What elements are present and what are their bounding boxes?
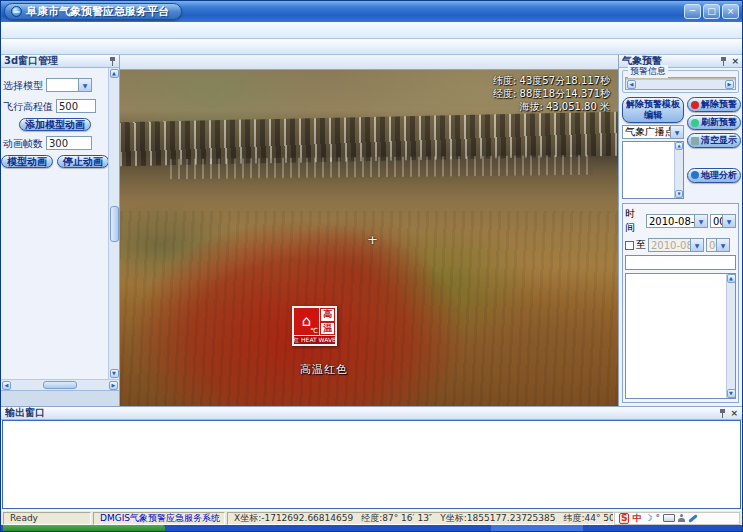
viewport-latitude: 纬度: 43度57分18.117秒 bbox=[493, 74, 610, 87]
left-panel-vertical-scrollbar[interactable]: ▲ ▼ bbox=[108, 68, 119, 379]
taskbar-edge bbox=[1, 525, 742, 531]
keyboard-icon[interactable] bbox=[663, 514, 675, 522]
chevron-down-icon[interactable]: ▼ bbox=[690, 239, 703, 251]
heat-char-2: 温 bbox=[321, 323, 334, 335]
left-panel-body: 选择模型 ▼ 飞行高程值 500 添加模型动画 动画帧数 300 模型动画 停止… bbox=[1, 68, 119, 379]
left-panel-horizontal-scrollbar[interactable]: ◀ ▶ bbox=[1, 379, 119, 390]
warning-table-hscrollbar[interactable]: ◀ ▶ bbox=[626, 79, 735, 89]
heat-sign-band: 红 HEAT WAVE bbox=[294, 335, 335, 344]
close-icon[interactable]: × bbox=[731, 57, 739, 66]
warning-table: ◀ ▶ bbox=[625, 77, 736, 90]
restore-button[interactable]: □ bbox=[703, 4, 720, 19]
chinese-mode-icon[interactable]: 中 bbox=[632, 514, 641, 523]
3d-viewport[interactable]: 纬度: 43度57分18.117秒 经度: 88度18分14.371秒 海拔: … bbox=[120, 70, 618, 406]
date-combo[interactable]: 2010-08-13▼ bbox=[646, 214, 708, 228]
close-icon[interactable]: × bbox=[730, 409, 738, 418]
chevron-down-icon[interactable]: ▼ bbox=[722, 215, 735, 227]
pin-icon[interactable] bbox=[719, 409, 726, 418]
status-longitude: 经度:87° 16′ 13″ bbox=[361, 512, 432, 525]
output-window-header: 输出窗口 × bbox=[1, 407, 742, 420]
status-x-coord: X坐标:-1712692.66814659 bbox=[234, 512, 353, 525]
pin-icon[interactable] bbox=[720, 57, 727, 66]
chevron-down-icon[interactable]: ▼ bbox=[670, 126, 683, 138]
scroll-down-icon[interactable]: ▼ bbox=[727, 389, 736, 398]
hour-combo[interactable]: 00▼ bbox=[710, 214, 736, 228]
warning-info-label: 预警信息 bbox=[628, 65, 668, 78]
live-data-panel: 时间 2010-08-13▼ 00▼ 至 2010-08-13▼ 00▼ ▲ ▼ bbox=[622, 203, 739, 403]
app-globe-icon bbox=[11, 6, 22, 17]
scroll-left-icon[interactable]: ◀ bbox=[2, 381, 11, 390]
geo-analysis-button[interactable]: 地理分析 bbox=[687, 168, 741, 183]
point-type-list: ▲ ▼ bbox=[622, 141, 684, 199]
cancel-warning-icon bbox=[691, 101, 699, 109]
point-list-scrollbar[interactable]: ▲ ▼ bbox=[674, 142, 683, 198]
status-app-name: DMGIS气象预警应急服务系统 bbox=[93, 512, 225, 525]
to-date-checkbox[interactable] bbox=[625, 241, 634, 250]
snow-ridge bbox=[170, 155, 593, 180]
scroll-up-icon[interactable]: ▲ bbox=[110, 69, 119, 78]
chevron-down-icon[interactable]: ▼ bbox=[694, 215, 707, 227]
to-label: 至 bbox=[636, 238, 646, 252]
cancel-warning-button[interactable]: 解除预警 bbox=[687, 97, 741, 112]
close-button[interactable]: × bbox=[722, 4, 739, 19]
scroll-right-icon[interactable]: ▶ bbox=[109, 381, 118, 390]
weather-warning-panel: 气象预警 × 预警信息 ◀ ▶ 解除预警 bbox=[618, 55, 742, 406]
viewport-longitude: 经度: 88度18分14.371秒 bbox=[493, 87, 610, 100]
weather-element-list: ▲ ▼ bbox=[625, 273, 736, 399]
scroll-right-icon[interactable]: ▶ bbox=[725, 80, 734, 89]
stop-animation-button[interactable]: 停止动画 bbox=[57, 155, 109, 168]
scroll-left-icon[interactable]: ◀ bbox=[627, 80, 636, 89]
scroll-down-icon[interactable]: ▼ bbox=[675, 190, 683, 198]
scroll-down-icon[interactable]: ▼ bbox=[110, 369, 119, 378]
status-bar: Ready DMGIS气象预警应急服务系统 X坐标:-1712692.66814… bbox=[1, 510, 742, 525]
time-label: 时间 bbox=[625, 207, 644, 235]
wrench-icon[interactable] bbox=[688, 514, 698, 523]
add-model-animation-button[interactable]: 添加模型动画 bbox=[19, 118, 91, 131]
scroll-up-icon[interactable]: ▲ bbox=[727, 274, 736, 283]
model-select-label: 选择模型 bbox=[3, 79, 43, 93]
crosshair-icon: + bbox=[367, 232, 378, 247]
model-animation-button[interactable]: 模型动画 bbox=[1, 155, 53, 168]
hour2-combo[interactable]: 00▼ bbox=[706, 238, 730, 252]
chevron-down-icon[interactable]: ▼ bbox=[78, 79, 91, 91]
scroll-thumb[interactable] bbox=[43, 381, 77, 389]
scroll-up-icon[interactable]: ▲ bbox=[675, 142, 683, 150]
left-panel-3d-window-manager: 3d窗口管理 选择模型 ▼ 飞行高程值 500 添加模型动画 bbox=[1, 55, 120, 406]
frame-count-input[interactable]: 300 bbox=[46, 136, 92, 150]
scroll-thumb[interactable] bbox=[110, 206, 119, 242]
half-moon-icon[interactable]: ☽ bbox=[644, 514, 652, 523]
warning-actions: 解除预警模板编辑 气象广播点▼ ▲ ▼ 解除预警 刷新预警 清空显示 bbox=[622, 97, 739, 199]
status-ready: Ready bbox=[3, 512, 91, 525]
element-filter-box[interactable] bbox=[625, 255, 736, 270]
warning-zone-label: 高温红色 bbox=[300, 362, 348, 377]
heat-wave-warning-sign[interactable]: ⌂℃ 高 温 红 HEAT WAVE bbox=[292, 306, 337, 346]
refresh-warning-button[interactable]: 刷新预警 bbox=[687, 115, 741, 130]
output-window-title: 输出窗口 bbox=[5, 406, 45, 420]
trash-icon bbox=[691, 137, 699, 145]
status-latitude: 纬度:44° 50′ 13″ bbox=[564, 512, 614, 525]
sogou-icon[interactable]: S bbox=[619, 513, 629, 524]
date2-combo[interactable]: 2010-08-13▼ bbox=[648, 238, 704, 252]
refresh-warning-icon bbox=[691, 119, 699, 127]
model-select-combo[interactable]: ▼ bbox=[46, 78, 92, 92]
flight-altitude-input[interactable]: 500 bbox=[56, 99, 96, 113]
toolbar bbox=[1, 39, 742, 55]
output-table-container bbox=[2, 420, 741, 509]
main-area: 3d窗口管理 选择模型 ▼ 飞行高程值 500 添加模型动画 bbox=[1, 55, 742, 406]
viewport-altitude: 海拔: 43,051.80 米 bbox=[493, 100, 610, 113]
title-capsule: 阜康市气象预警应急服务平台 bbox=[4, 3, 182, 20]
chevron-down-icon[interactable]: ▼ bbox=[716, 239, 729, 251]
pin-icon[interactable] bbox=[109, 57, 116, 66]
user-icon[interactable] bbox=[678, 514, 685, 522]
application-window: 阜康市气象预警应急服务平台 ─ □ × 3d窗口管理 选择模型 ▼ bbox=[0, 0, 743, 532]
center-column: 纬度: 43度57分18.117秒 经度: 88度18分14.371秒 海拔: … bbox=[120, 55, 618, 406]
punctuation-icon[interactable]: ° bbox=[656, 514, 661, 523]
geo-analysis-icon bbox=[691, 171, 699, 179]
weather-list-scrollbar[interactable]: ▲ ▼ bbox=[726, 274, 735, 398]
menu-bar bbox=[1, 22, 742, 39]
clear-display-button[interactable]: 清空显示 bbox=[687, 133, 741, 148]
point-type-combo[interactable]: 气象广播点▼ bbox=[622, 125, 684, 139]
cancel-template-edit-button[interactable]: 解除预警模板编辑 bbox=[622, 97, 684, 123]
output-window: 输出窗口 × bbox=[1, 406, 742, 510]
minimize-button[interactable]: ─ bbox=[684, 4, 701, 19]
